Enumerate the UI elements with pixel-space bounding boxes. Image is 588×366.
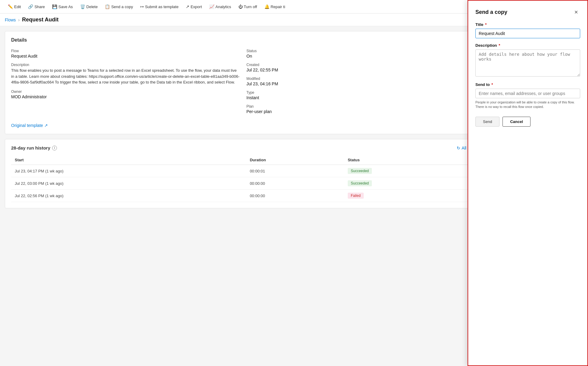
description-label: Description * — [475, 43, 580, 48]
table-row: Jul 23, 04:17 PM (1 wk ago)00:00:01Succe… — [11, 165, 476, 177]
panel-buttons: Send Cancel — [475, 117, 580, 127]
detail-type: Type Instant — [247, 90, 476, 100]
detail-description-label: Description — [11, 63, 241, 67]
detail-flow: Flow Request Audit — [11, 49, 241, 58]
status-badge: Succeeded — [348, 180, 372, 186]
toolbar-save-as-label: Save As — [58, 5, 73, 9]
toolbar-send-copy-label: Send a copy — [111, 5, 133, 9]
breadcrumb-separator: › — [18, 17, 20, 22]
send-to-label-text: Send to — [475, 82, 490, 87]
detail-owner-label: Owner — [11, 90, 241, 94]
detail-modified: Modified Jul 23, 04:16 PM — [247, 77, 476, 86]
run-table-header: Start Duration Status — [11, 155, 476, 165]
share-icon: 🔗 — [28, 4, 33, 9]
breadcrumb-parent[interactable]: Flows — [5, 17, 16, 22]
toolbar-repair[interactable]: 🔔 Repair ti — [261, 2, 288, 11]
detail-plan: Plan Per-user plan — [247, 104, 476, 114]
close-button[interactable]: ✕ — [572, 8, 580, 16]
send-to-hint: People in your organization will be able… — [475, 100, 580, 109]
cell-status: Failed — [344, 190, 476, 202]
detail-modified-label: Modified — [247, 77, 476, 81]
edit-icon: ✏️ — [8, 4, 13, 9]
submit-template-icon: ↦ — [140, 4, 144, 9]
detail-type-value: Instant — [247, 95, 476, 100]
description-required-star: * — [499, 43, 500, 48]
send-to-label: Send to * — [475, 82, 580, 87]
toolbar-save-as[interactable]: 💾 Save As — [49, 2, 76, 11]
toolbar-repair-label: Repair ti — [271, 5, 285, 9]
detail-status: Status On — [247, 49, 476, 58]
analytics-icon: 📈 — [209, 4, 214, 9]
table-row: Jul 22, 03:00 PM (1 wk ago)00:00:00Succe… — [11, 177, 476, 190]
save-as-icon: 💾 — [52, 4, 57, 9]
toolbar-edit[interactable]: ✏️ Edit — [5, 2, 24, 11]
cell-duration: 00:00:00 — [246, 190, 344, 202]
send-button[interactable]: Send — [475, 117, 499, 127]
detail-flow-label: Flow — [11, 49, 241, 53]
repair-icon: 🔔 — [264, 4, 269, 9]
delete-icon: 🗑️ — [80, 4, 85, 9]
send-to-input[interactable] — [475, 89, 580, 98]
table-row: Jul 22, 02:56 PM (1 wk ago)00:00:00Faile… — [11, 190, 476, 202]
info-icon[interactable]: i — [52, 146, 57, 150]
cell-duration: 00:00:00 — [246, 177, 344, 190]
description-textarea[interactable] — [475, 49, 580, 77]
description-label-text: Description — [475, 43, 497, 48]
toolbar-export-label: Export — [191, 5, 202, 9]
detail-owner: Owner MOD Administrator — [11, 90, 241, 99]
status-badge: Succeeded — [348, 168, 372, 174]
title-label: Title * — [475, 22, 580, 27]
export-icon: ↗ — [186, 4, 189, 9]
toolbar-export[interactable]: ↗ Export — [183, 2, 205, 11]
cancel-button[interactable]: Cancel — [502, 117, 530, 127]
toolbar-turn-off-label: Turn off — [244, 5, 257, 9]
title-input[interactable] — [475, 29, 580, 38]
panel-title: Send a copy — [475, 9, 507, 15]
cell-start: Jul 22, 03:00 PM (1 wk ago) — [11, 177, 246, 190]
toolbar-analytics[interactable]: 📈 Analytics — [206, 2, 234, 11]
breadcrumb-current: Request Audit — [22, 17, 58, 23]
toolbar-send-copy[interactable]: 📋 Send a copy — [102, 2, 136, 11]
send-copy-icon: 📋 — [105, 4, 110, 9]
panel-header: Send a copy ✕ — [475, 8, 580, 16]
details-right-col: Status On Created Jul 22, 02:55 PM Modif… — [247, 49, 476, 118]
details-grid: Flow Request Audit Description This flow… — [11, 49, 476, 118]
cell-status: Succeeded — [344, 165, 476, 177]
detail-plan-label: Plan — [247, 104, 476, 109]
toolbar-delete[interactable]: 🗑️ Delete — [77, 2, 101, 11]
detail-created: Created Jul 22, 02:55 PM — [247, 63, 476, 72]
cell-start: Jul 23, 04:17 PM (1 wk ago) — [11, 165, 246, 177]
title-form-group: Title * — [475, 22, 580, 38]
cell-status: Succeeded — [344, 177, 476, 190]
toolbar-share-label: Share — [34, 5, 45, 9]
detail-type-label: Type — [247, 90, 476, 95]
run-history-table: Start Duration Status Jul 23, 04:17 PM (… — [11, 155, 476, 202]
toolbar-submit-template[interactable]: ↦ Submit as template — [137, 2, 182, 11]
run-history-body: Jul 23, 04:17 PM (1 wk ago)00:00:01Succe… — [11, 165, 476, 202]
refresh-icon: ↻ — [457, 146, 460, 150]
turn-off-icon: ⏻ — [238, 4, 243, 9]
details-title: Details — [11, 37, 27, 43]
original-template-link[interactable]: Original template ↗ — [11, 123, 476, 128]
detail-status-value: On — [247, 54, 476, 58]
run-history-card: 28-day run history i ↻ All runs Start Du… — [5, 139, 482, 208]
detail-flow-value: Request Audit — [11, 54, 241, 58]
run-history-title-text: 28-day run history — [11, 145, 50, 150]
detail-created-label: Created — [247, 63, 476, 67]
detail-description-value: This flow enables you to post a message … — [11, 68, 241, 85]
detail-created-value: Jul 22, 02:55 PM — [247, 68, 476, 72]
send-to-required-star: * — [491, 82, 493, 87]
title-label-text: Title — [475, 22, 484, 27]
col-duration: Duration — [246, 155, 344, 165]
original-template-label: Original template — [11, 123, 43, 128]
detail-description: Description This flow enables you to pos… — [11, 63, 241, 85]
external-link-icon: ↗ — [44, 123, 48, 128]
toolbar-edit-label: Edit — [14, 5, 21, 9]
detail-status-label: Status — [247, 49, 476, 53]
toolbar-submit-template-label: Submit as template — [145, 5, 179, 9]
col-start: Start — [11, 155, 246, 165]
toolbar-turn-off[interactable]: ⏻ Turn off — [235, 2, 260, 11]
run-history-header: 28-day run history i ↻ All runs — [11, 145, 476, 150]
toolbar-share[interactable]: 🔗 Share — [25, 2, 48, 11]
col-status: Status — [344, 155, 476, 165]
